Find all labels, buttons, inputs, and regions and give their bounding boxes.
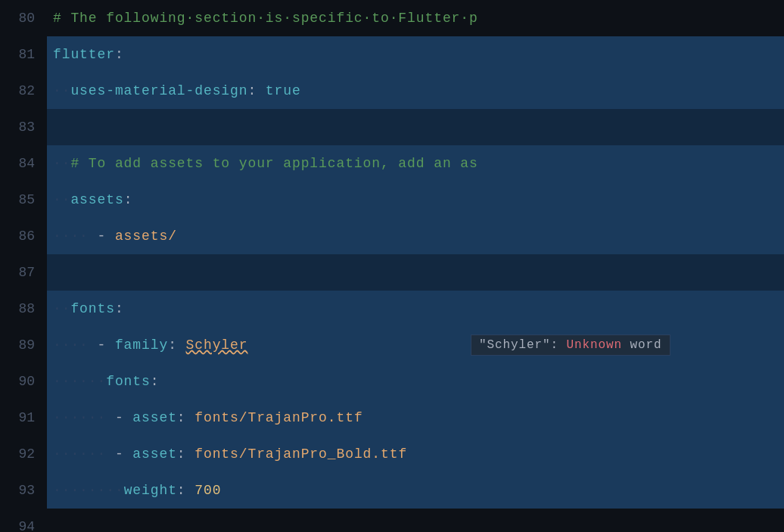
dots-90: ······ — [53, 374, 106, 389]
colon-93: : — [177, 483, 194, 498]
line-content-86: ···· - assets/ — [47, 218, 784, 254]
colon-90: : — [151, 374, 160, 389]
val-font-ttf-1: fonts/TrajanPro.ttf — [194, 410, 362, 425]
line-85: 85 ·· assets: — [0, 182, 784, 218]
tooltip-schyler: "Schyler": Unknown word — [471, 334, 670, 356]
line-89: 89 ···· - family: Schyler "Schyler": Unk… — [0, 327, 784, 363]
line-content-87 — [47, 254, 784, 291]
comment-text-84: # To add assets to your application, add… — [70, 156, 478, 171]
line-number-93: 93 — [0, 472, 47, 509]
tooltip-text: "Schyler": Unknown word — [479, 338, 662, 352]
colon-81: : — [115, 47, 124, 62]
line-82: 82 ·· uses-material-design: true — [0, 73, 784, 109]
line-92: 92 ······ - asset: fonts/TrajanPro_Bold.… — [0, 436, 784, 472]
line-content-88: ·· fonts: — [47, 291, 784, 327]
line-83: 83 — [0, 109, 784, 145]
line-content-89: ···· - family: Schyler "Schyler": Unknow… — [47, 327, 784, 363]
line-86: 86 ···· - assets/ — [0, 218, 784, 254]
line-content-81: flutter: — [47, 36, 784, 73]
colon-91: : — [177, 410, 194, 425]
comment-text-80: # The following·section·is·specific·to·F… — [53, 11, 478, 26]
dots-89: ···· — [53, 338, 89, 353]
line-87: 87 — [0, 254, 784, 291]
line-number-83: 83 — [0, 109, 47, 145]
line-content-90: ······ fonts: — [47, 363, 784, 400]
colon-82: : — [247, 83, 265, 98]
line-content-83 — [47, 109, 784, 145]
line-number-85: 85 — [0, 182, 47, 218]
line-number-94: 94 — [0, 509, 47, 532]
key-fonts-nested: fonts — [106, 374, 151, 389]
line-content-94 — [47, 509, 784, 532]
line-91: 91 ······ - asset: fonts/TrajanPro.ttf — [0, 400, 784, 436]
dash-91: - — [106, 410, 132, 425]
line-80: 80 # The following·section·is·specific·t… — [0, 0, 784, 36]
dots-84: ·· — [53, 156, 70, 171]
dash-92: - — [106, 446, 132, 462]
line-number-90: 90 — [0, 363, 47, 400]
line-number-82: 82 — [0, 73, 47, 109]
val-assets-path: assets/ — [115, 229, 177, 244]
val-schyler: Schyler — [186, 338, 248, 353]
line-number-80: 80 — [0, 0, 47, 36]
line-content-91: ······ - asset: fonts/TrajanPro.ttf — [47, 400, 784, 436]
dash-89: - — [89, 338, 115, 353]
key-assets: assets — [70, 192, 123, 207]
dots-82: ·· — [53, 83, 70, 98]
line-number-88: 88 — [0, 291, 47, 327]
key-weight: weight — [124, 483, 177, 498]
val-true: true — [266, 83, 301, 98]
line-88: 88 ·· fonts: — [0, 291, 784, 327]
line-number-86: 86 — [0, 218, 47, 254]
key-flutter: flutter — [53, 47, 115, 62]
dash-86: - — [89, 229, 115, 244]
line-94: 94 — [0, 509, 784, 532]
key-uses-material: uses-material-design — [70, 83, 247, 98]
line-90: 90 ······ fonts: — [0, 363, 784, 400]
key-fonts: fonts — [70, 301, 115, 316]
line-content-80: # The following·section·is·specific·to·F… — [47, 0, 784, 36]
val-weight: 700 — [194, 483, 221, 498]
key-asset-91: asset — [132, 410, 177, 425]
line-number-81: 81 — [0, 36, 47, 73]
line-81: 81 flutter: — [0, 36, 784, 73]
dots-88: ·· — [53, 301, 70, 316]
colon-85: : — [124, 192, 133, 207]
line-content-82: ·· uses-material-design: true — [47, 73, 784, 109]
dots-93: ········ — [53, 483, 124, 498]
val-font-ttf-2: fonts/TrajanPro_Bold.ttf — [194, 446, 407, 462]
colon-88: : — [115, 301, 124, 316]
dots-85: ·· — [53, 192, 70, 207]
line-content-93: ········ weight: 700 — [47, 472, 784, 509]
key-family: family — [115, 338, 168, 353]
line-content-85: ·· assets: — [47, 182, 784, 218]
dots-86: ···· — [53, 229, 89, 244]
line-content-92: ······ - asset: fonts/TrajanPro_Bold.ttf — [47, 436, 784, 472]
line-number-92: 92 — [0, 436, 47, 472]
dots-92: ······ — [53, 446, 106, 462]
line-84: 84 ·· # To add assets to your applicatio… — [0, 145, 784, 182]
key-asset-92: asset — [132, 446, 177, 462]
colon-89: : — [168, 338, 185, 353]
line-number-84: 84 — [0, 145, 47, 182]
line-number-89: 89 — [0, 327, 47, 363]
line-content-84: ·· # To add assets to your application, … — [47, 145, 784, 182]
line-number-91: 91 — [0, 400, 47, 436]
code-editor: 80 # The following·section·is·specific·t… — [0, 0, 784, 532]
line-number-87: 87 — [0, 254, 47, 291]
colon-92: : — [177, 446, 194, 462]
dots-91: ······ — [53, 410, 106, 425]
line-93: 93 ········ weight: 700 — [0, 472, 784, 509]
